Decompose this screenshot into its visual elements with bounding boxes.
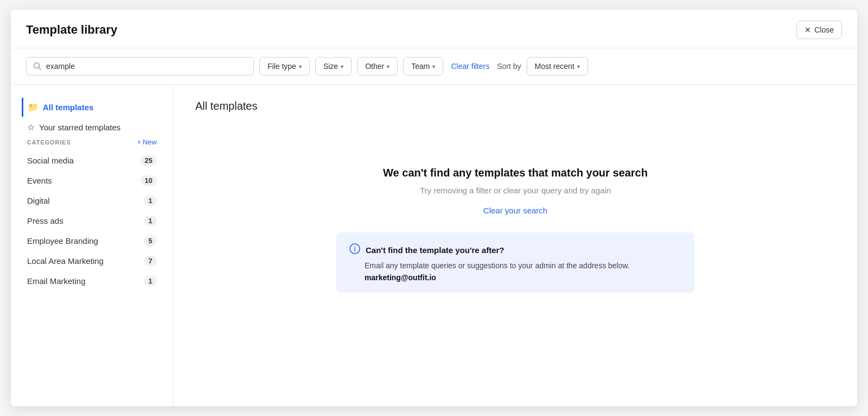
search-input[interactable] <box>46 62 247 71</box>
new-label: New <box>143 138 157 146</box>
category-name: Employee Branding <box>27 236 98 245</box>
team-filter-button[interactable]: Team ▾ <box>403 57 443 75</box>
info-box-header: Can't find the template you're after? <box>349 243 681 257</box>
category-count: 1 <box>144 196 157 206</box>
section-title: All templates <box>195 100 258 112</box>
info-icon <box>349 243 360 257</box>
file-type-label: File type <box>267 62 296 71</box>
chevron-down-icon: ▾ <box>341 64 343 70</box>
folder-icon: 📁 <box>28 102 39 112</box>
category-item[interactable]: Social media25 <box>22 150 162 171</box>
info-box-email: marketing@outfit.io <box>349 273 681 282</box>
starred-templates-label: Your starred templates <box>39 123 120 132</box>
category-name: Email Marketing <box>27 276 86 286</box>
empty-state: We can't find any templates that match y… <box>326 134 705 314</box>
info-box-title: Can't find the template you're after? <box>366 245 505 255</box>
sort-value: Most recent <box>535 62 575 71</box>
sidebar: 📁 All templates ☆ Your starred templates… <box>11 85 174 406</box>
main-content: All templates We can't find any template… <box>174 85 857 406</box>
chevron-down-icon: ▾ <box>299 64 302 70</box>
chevron-down-icon: ▾ <box>577 64 580 70</box>
close-label: Close <box>814 26 834 34</box>
category-count: 7 <box>144 256 157 266</box>
chevron-down-icon: ▾ <box>432 64 435 70</box>
modal-title: Template library <box>26 23 117 37</box>
sort-by-label: Sort by <box>497 62 521 71</box>
other-filter-button[interactable]: Other ▾ <box>357 57 398 75</box>
size-filter-button[interactable]: Size ▾ <box>315 57 352 75</box>
categories-list: Social media25Events10Digital1Press ads1… <box>22 150 162 291</box>
category-count: 10 <box>141 175 157 186</box>
modal-body: 📁 All templates ☆ Your starred templates… <box>11 85 857 406</box>
clear-search-button[interactable]: Clear your search <box>483 206 547 215</box>
close-button[interactable]: ✕ Close <box>796 21 842 39</box>
category-name: Digital <box>27 196 50 205</box>
sidebar-item-all-templates[interactable]: 📁 All templates <box>22 98 162 117</box>
all-templates-label: All templates <box>43 103 93 112</box>
category-count: 5 <box>144 236 157 246</box>
template-library-modal: Template library ✕ Close File type ▾ Siz… <box>11 10 857 406</box>
category-count: 1 <box>144 276 157 286</box>
category-item[interactable]: Email Marketing1 <box>22 271 162 291</box>
info-box: Can't find the template you're after? Em… <box>336 232 694 293</box>
info-box-body: Email any template queries or suggestion… <box>349 261 681 270</box>
categories-header: CATEGORIES + New <box>22 138 162 146</box>
toolbar: File type ▾ Size ▾ Other ▾ Team ▾ Clear … <box>11 48 857 85</box>
category-name: Local Area Marketing <box>27 256 104 266</box>
category-item[interactable]: Local Area Marketing7 <box>22 251 162 271</box>
category-item[interactable]: Press ads1 <box>22 211 162 231</box>
clear-filters-button[interactable]: Clear filters <box>449 58 492 75</box>
search-icon <box>33 62 42 71</box>
team-label: Team <box>411 62 430 71</box>
categories-title: CATEGORIES <box>27 139 71 146</box>
svg-point-3 <box>354 247 355 248</box>
category-name: Press ads <box>27 216 63 225</box>
sidebar-item-starred[interactable]: ☆ Your starred templates <box>22 118 162 137</box>
search-wrapper <box>26 57 254 75</box>
size-label: Size <box>323 62 338 71</box>
new-category-button[interactable]: + New <box>137 138 157 146</box>
file-type-filter-button[interactable]: File type ▾ <box>259 57 310 75</box>
chevron-down-icon: ▾ <box>387 64 390 70</box>
category-item[interactable]: Employee Branding5 <box>22 231 162 251</box>
category-item[interactable]: Digital1 <box>22 191 162 211</box>
svg-line-1 <box>39 68 41 70</box>
other-label: Other <box>365 62 384 71</box>
category-count: 1 <box>144 216 157 226</box>
close-icon: ✕ <box>805 26 811 34</box>
plus-icon: + <box>137 138 141 146</box>
star-icon: ☆ <box>27 122 35 133</box>
category-item[interactable]: Events10 <box>22 171 162 191</box>
category-name: Social media <box>27 156 74 165</box>
category-name: Events <box>27 176 52 185</box>
modal-header: Template library ✕ Close <box>11 10 857 48</box>
empty-title: We can't find any templates that match y… <box>383 167 648 179</box>
category-count: 25 <box>141 155 157 166</box>
empty-subtitle: Try removing a filter or clear your quer… <box>420 186 611 195</box>
sort-button[interactable]: Most recent ▾ <box>527 57 588 75</box>
